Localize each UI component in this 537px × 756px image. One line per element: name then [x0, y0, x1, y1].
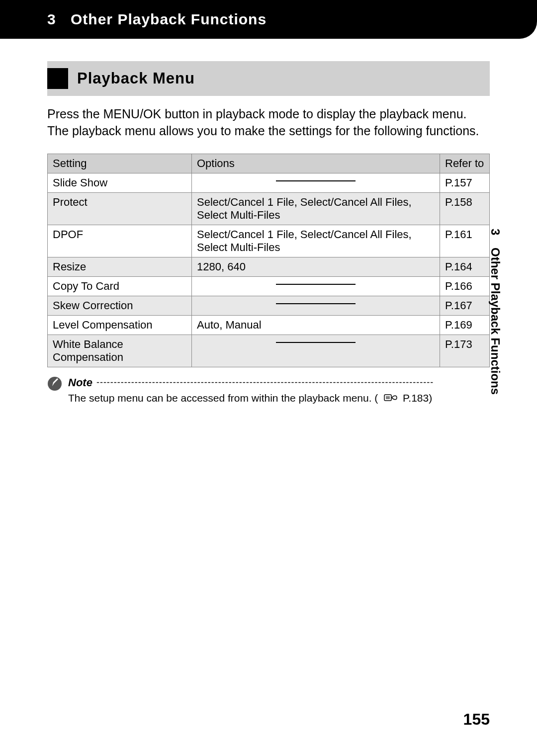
intro-paragraph: Press the MENU/OK button in playback mod…	[47, 106, 490, 140]
note-text-ref: P.183)	[403, 392, 432, 404]
table-row: ProtectSelect/Cancel 1 File, Select/Canc…	[48, 192, 490, 225]
dash-line	[276, 180, 356, 181]
table-cell-setting: Slide Show	[48, 173, 192, 192]
table-cell-refer: P.164	[440, 257, 490, 276]
table-cell-options	[192, 335, 440, 367]
table-cell-options: Auto, Manual	[192, 315, 440, 335]
table-cell-setting: Copy To Card	[48, 276, 192, 296]
table-cell-setting: Skew Correction	[48, 296, 192, 315]
note-text-prefix: The setup menu can be accessed from with…	[68, 392, 378, 404]
table-cell-options	[192, 173, 440, 192]
svg-point-0	[48, 377, 62, 391]
table-cell-options	[192, 276, 440, 296]
table-row: Skew CorrectionP.167	[48, 296, 490, 315]
table-row: Level CompensationAuto, ManualP.169	[48, 315, 490, 335]
side-tab-number: 3	[488, 229, 502, 235]
note-dashes: ----------------------------------------…	[96, 377, 490, 388]
table-cell-setting: DPOF	[48, 225, 192, 257]
section-header: Playback Menu	[47, 61, 490, 96]
table-cell-setting: Level Compensation	[48, 315, 192, 335]
table-row: Copy To CardP.166	[48, 276, 490, 296]
table-header-setting: Setting	[48, 154, 192, 173]
table-cell-options	[192, 296, 440, 315]
table-cell-refer: P.158	[440, 192, 490, 225]
settings-table: Setting Options Refer to Slide ShowP.157…	[47, 154, 490, 367]
section-header-block	[47, 68, 68, 89]
table-header-refer: Refer to	[440, 154, 490, 173]
note-pencil-icon	[47, 376, 62, 391]
chapter-header: 3 Other Playback Functions	[0, 0, 537, 39]
note-section: Note -----------------------------------…	[47, 376, 490, 405]
table-cell-refer: P.157	[440, 173, 490, 192]
table-row: Slide ShowP.157	[48, 173, 490, 192]
table-cell-options: 1280, 640	[192, 257, 440, 276]
chapter-title: Other Playback Functions	[71, 11, 267, 27]
section-title: Playback Menu	[77, 70, 195, 87]
chapter-header-text: 3 Other Playback Functions	[47, 11, 267, 27]
table-cell-refer: P.169	[440, 315, 490, 335]
table-header-row: Setting Options Refer to	[48, 154, 490, 173]
reference-icon	[384, 393, 398, 405]
chapter-number: 3	[47, 11, 56, 27]
dash-line	[276, 342, 356, 343]
table-cell-setting: Resize	[48, 257, 192, 276]
table-cell-refer: P.173	[440, 335, 490, 367]
table-cell-refer: P.167	[440, 296, 490, 315]
table-cell-options: Select/Cancel 1 File, Select/Cancel All …	[192, 192, 440, 225]
content-area: Playback Menu Press the MENU/OK button i…	[0, 61, 537, 405]
table-cell-setting: White Balance Compensation	[48, 335, 192, 367]
table-cell-options: Select/Cancel 1 File, Select/Cancel All …	[192, 225, 440, 257]
table-cell-setting: Protect	[48, 192, 192, 225]
table-row: Resize1280, 640P.164	[48, 257, 490, 276]
table-row: White Balance CompensationP.173	[48, 335, 490, 367]
note-header: Note -----------------------------------…	[68, 376, 490, 389]
dash-line	[276, 284, 356, 285]
table-cell-refer: P.161	[440, 225, 490, 257]
table-cell-refer: P.166	[440, 276, 490, 296]
side-tab-text: Other Playback Functions	[489, 248, 502, 395]
dash-line	[276, 303, 356, 304]
table-row: DPOFSelect/Cancel 1 File, Select/Cancel …	[48, 225, 490, 257]
note-text: The setup menu can be accessed from with…	[68, 392, 490, 405]
page-number: 155	[463, 710, 490, 729]
table-header-options: Options	[192, 154, 440, 173]
side-tab: 3 Other Playback Functions	[488, 229, 502, 395]
note-label: Note	[68, 376, 92, 389]
note-content: Note -----------------------------------…	[68, 376, 490, 405]
